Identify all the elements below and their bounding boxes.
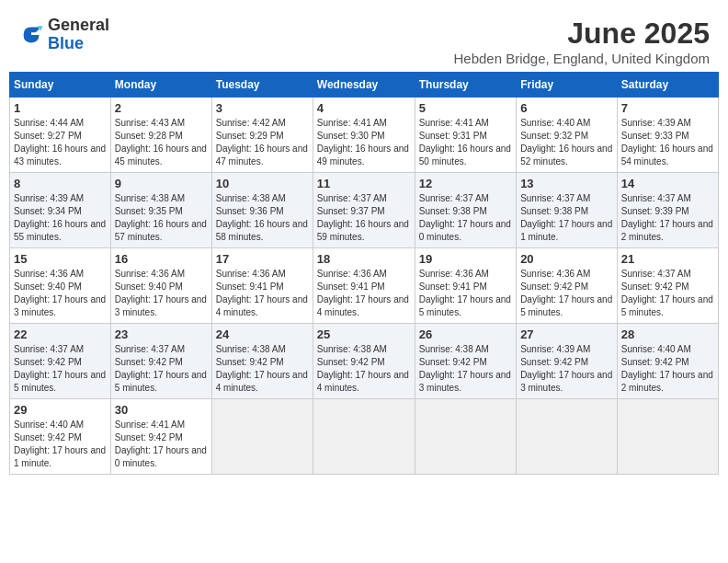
title-block: June 2025 Hebden Bridge, England, United… bbox=[453, 17, 710, 66]
calendar-cell: 14Sunrise: 4:37 AMSunset: 9:39 PMDayligh… bbox=[617, 173, 718, 248]
calendar-cell: 7Sunrise: 4:39 AMSunset: 9:33 PMDaylight… bbox=[617, 98, 718, 173]
day-info: Sunrise: 4:39 AMSunset: 9:33 PMDaylight:… bbox=[621, 117, 714, 168]
calendar-cell: 15Sunrise: 4:36 AMSunset: 9:40 PMDayligh… bbox=[10, 248, 111, 324]
day-info: Sunrise: 4:36 AMSunset: 9:40 PMDaylight:… bbox=[115, 268, 208, 319]
day-number: 14 bbox=[621, 177, 714, 190]
calendar-cell bbox=[313, 399, 415, 475]
day-info: Sunrise: 4:36 AMSunset: 9:40 PMDaylight:… bbox=[14, 268, 107, 319]
day-info: Sunrise: 4:40 AMSunset: 9:42 PMDaylight:… bbox=[14, 419, 107, 470]
calendar-cell: 27Sunrise: 4:39 AMSunset: 9:42 PMDayligh… bbox=[517, 324, 618, 399]
calendar-cell: 21Sunrise: 4:37 AMSunset: 9:42 PMDayligh… bbox=[617, 248, 718, 324]
calendar-cell: 10Sunrise: 4:38 AMSunset: 9:36 PMDayligh… bbox=[211, 173, 313, 248]
calendar-cell: 17Sunrise: 4:36 AMSunset: 9:41 PMDayligh… bbox=[211, 248, 313, 324]
day-number: 8 bbox=[14, 177, 107, 190]
day-info: Sunrise: 4:37 AMSunset: 9:39 PMDaylight:… bbox=[621, 192, 714, 244]
day-number: 23 bbox=[115, 327, 208, 341]
day-info: Sunrise: 4:44 AMSunset: 9:27 PMDaylight:… bbox=[14, 117, 107, 168]
day-number: 24 bbox=[216, 327, 309, 341]
calendar-cell: 19Sunrise: 4:36 AMSunset: 9:41 PMDayligh… bbox=[415, 248, 516, 324]
day-info: Sunrise: 4:40 AMSunset: 9:32 PMDaylight:… bbox=[520, 117, 613, 168]
day-info: Sunrise: 4:37 AMSunset: 9:42 PMDaylight:… bbox=[14, 343, 107, 395]
calendar-cell: 22Sunrise: 4:37 AMSunset: 9:42 PMDayligh… bbox=[10, 324, 111, 399]
day-number: 17 bbox=[216, 252, 309, 266]
logo: General Blue bbox=[18, 17, 109, 53]
day-number: 13 bbox=[520, 177, 613, 190]
calendar-cell: 4Sunrise: 4:41 AMSunset: 9:30 PMDaylight… bbox=[313, 98, 415, 173]
day-info: Sunrise: 4:38 AMSunset: 9:42 PMDaylight:… bbox=[419, 343, 512, 395]
day-info: Sunrise: 4:39 AMSunset: 9:42 PMDaylight:… bbox=[520, 343, 613, 395]
calendar-week-row: 8Sunrise: 4:39 AMSunset: 9:34 PMDaylight… bbox=[10, 173, 719, 248]
calendar-cell: 20Sunrise: 4:36 AMSunset: 9:42 PMDayligh… bbox=[517, 248, 618, 324]
day-info: Sunrise: 4:37 AMSunset: 9:37 PMDaylight:… bbox=[317, 192, 411, 244]
day-number: 12 bbox=[419, 177, 512, 190]
calendar-cell: 8Sunrise: 4:39 AMSunset: 9:34 PMDaylight… bbox=[10, 173, 111, 248]
calendar-cell: 28Sunrise: 4:40 AMSunset: 9:42 PMDayligh… bbox=[617, 324, 718, 399]
calendar-cell: 11Sunrise: 4:37 AMSunset: 9:37 PMDayligh… bbox=[313, 173, 415, 248]
day-number: 2 bbox=[115, 101, 208, 115]
day-number: 27 bbox=[520, 327, 613, 341]
day-info: Sunrise: 4:37 AMSunset: 9:38 PMDaylight:… bbox=[520, 192, 613, 244]
calendar-cell: 26Sunrise: 4:38 AMSunset: 9:42 PMDayligh… bbox=[415, 324, 516, 399]
day-info: Sunrise: 4:36 AMSunset: 9:41 PMDaylight:… bbox=[317, 268, 411, 319]
calendar-cell bbox=[517, 399, 618, 475]
day-info: Sunrise: 4:36 AMSunset: 9:42 PMDaylight:… bbox=[520, 268, 613, 319]
logo-icon bbox=[18, 22, 44, 48]
day-number: 1 bbox=[14, 101, 107, 115]
day-number: 9 bbox=[115, 177, 208, 190]
day-number: 5 bbox=[419, 101, 512, 115]
day-number: 10 bbox=[216, 177, 309, 190]
day-info: Sunrise: 4:43 AMSunset: 9:28 PMDaylight:… bbox=[115, 117, 208, 168]
month-title: June 2025 bbox=[453, 17, 710, 51]
day-number: 28 bbox=[621, 327, 714, 341]
day-info: Sunrise: 4:37 AMSunset: 9:38 PMDaylight:… bbox=[419, 192, 512, 244]
day-info: Sunrise: 4:36 AMSunset: 9:41 PMDaylight:… bbox=[419, 268, 512, 319]
day-info: Sunrise: 4:41 AMSunset: 9:31 PMDaylight:… bbox=[419, 117, 512, 168]
day-number: 22 bbox=[14, 327, 107, 341]
page-header: General Blue June 2025 Hebden Bridge, En… bbox=[9, 9, 719, 66]
calendar-cell: 9Sunrise: 4:38 AMSunset: 9:35 PMDaylight… bbox=[110, 173, 211, 248]
day-info: Sunrise: 4:37 AMSunset: 9:42 PMDaylight:… bbox=[621, 268, 714, 319]
day-number: 6 bbox=[520, 101, 613, 115]
calendar-cell bbox=[617, 399, 718, 475]
calendar-cell: 23Sunrise: 4:37 AMSunset: 9:42 PMDayligh… bbox=[110, 324, 211, 399]
calendar-cell bbox=[211, 399, 313, 475]
col-saturday: Saturday bbox=[617, 73, 718, 98]
calendar-cell: 30Sunrise: 4:41 AMSunset: 9:42 PMDayligh… bbox=[110, 399, 211, 475]
day-number: 18 bbox=[317, 252, 411, 266]
day-info: Sunrise: 4:39 AMSunset: 9:34 PMDaylight:… bbox=[14, 192, 107, 244]
calendar-week-row: 1Sunrise: 4:44 AMSunset: 9:27 PMDaylight… bbox=[10, 98, 719, 173]
calendar-cell: 3Sunrise: 4:42 AMSunset: 9:29 PMDaylight… bbox=[211, 98, 313, 173]
location: Hebden Bridge, England, United Kingdom bbox=[453, 51, 710, 66]
day-info: Sunrise: 4:41 AMSunset: 9:42 PMDaylight:… bbox=[115, 419, 208, 470]
calendar-week-row: 22Sunrise: 4:37 AMSunset: 9:42 PMDayligh… bbox=[10, 324, 719, 399]
calendar-week-row: 29Sunrise: 4:40 AMSunset: 9:42 PMDayligh… bbox=[10, 399, 719, 475]
day-number: 15 bbox=[14, 252, 107, 266]
day-number: 20 bbox=[520, 252, 613, 266]
calendar-cell: 16Sunrise: 4:36 AMSunset: 9:40 PMDayligh… bbox=[110, 248, 211, 324]
day-number: 29 bbox=[14, 403, 107, 417]
day-info: Sunrise: 4:38 AMSunset: 9:35 PMDaylight:… bbox=[115, 192, 208, 244]
day-info: Sunrise: 4:38 AMSunset: 9:36 PMDaylight:… bbox=[216, 192, 309, 244]
col-friday: Friday bbox=[517, 73, 618, 98]
day-info: Sunrise: 4:38 AMSunset: 9:42 PMDaylight:… bbox=[216, 343, 309, 395]
day-number: 26 bbox=[419, 327, 512, 341]
day-number: 4 bbox=[317, 101, 411, 115]
day-number: 30 bbox=[115, 403, 208, 417]
day-number: 7 bbox=[621, 101, 714, 115]
col-thursday: Thursday bbox=[415, 73, 516, 98]
col-sunday: Sunday bbox=[10, 73, 111, 98]
col-tuesday: Tuesday bbox=[211, 73, 313, 98]
calendar-cell: 5Sunrise: 4:41 AMSunset: 9:31 PMDaylight… bbox=[415, 98, 516, 173]
day-number: 21 bbox=[621, 252, 714, 266]
calendar-header-row: Sunday Monday Tuesday Wednesday Thursday… bbox=[10, 73, 719, 98]
calendar-cell: 12Sunrise: 4:37 AMSunset: 9:38 PMDayligh… bbox=[415, 173, 516, 248]
calendar-cell: 2Sunrise: 4:43 AMSunset: 9:28 PMDaylight… bbox=[110, 98, 211, 173]
col-monday: Monday bbox=[110, 73, 211, 98]
day-number: 16 bbox=[115, 252, 208, 266]
calendar-cell: 18Sunrise: 4:36 AMSunset: 9:41 PMDayligh… bbox=[313, 248, 415, 324]
day-info: Sunrise: 4:37 AMSunset: 9:42 PMDaylight:… bbox=[115, 343, 208, 395]
day-info: Sunrise: 4:40 AMSunset: 9:42 PMDaylight:… bbox=[621, 343, 714, 395]
calendar-cell: 1Sunrise: 4:44 AMSunset: 9:27 PMDaylight… bbox=[10, 98, 111, 173]
calendar-cell: 13Sunrise: 4:37 AMSunset: 9:38 PMDayligh… bbox=[517, 173, 618, 248]
col-wednesday: Wednesday bbox=[313, 73, 415, 98]
